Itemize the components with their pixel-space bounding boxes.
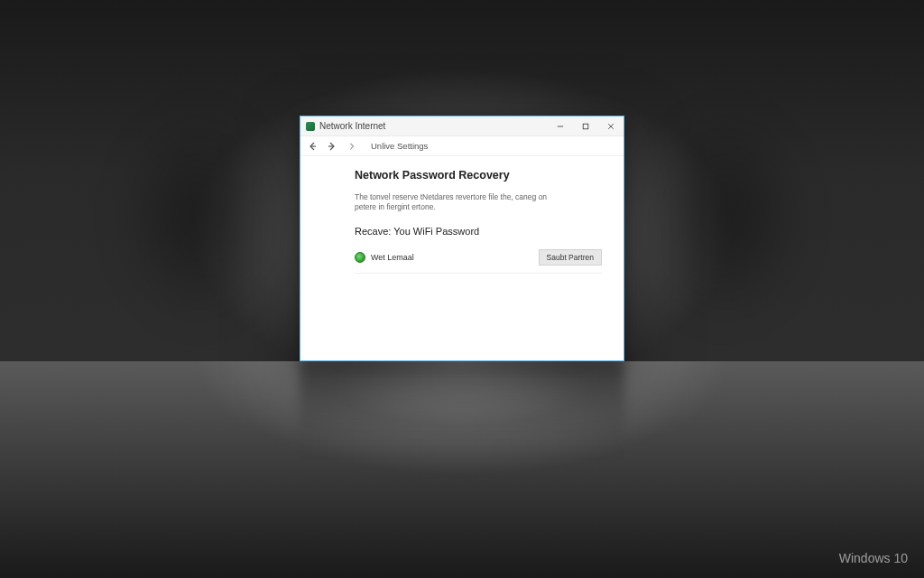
titlebar[interactable]: Network Internet [300, 117, 624, 136]
wifi-status-icon [355, 252, 365, 263]
breadcrumb[interactable]: Unlive Settings [371, 141, 428, 151]
minimize-icon [557, 123, 564, 130]
wifi-row-label: Wet Lemaal [371, 253, 414, 262]
decorative-shadow [117, 108, 280, 325]
section-heading: Recave: You WiFi Password [355, 226, 602, 237]
minimize-button[interactable] [548, 117, 573, 135]
maximize-button[interactable] [573, 117, 598, 135]
app-icon [306, 122, 315, 131]
close-button[interactable] [598, 117, 624, 135]
decorative-shadow [644, 108, 807, 325]
os-watermark: Windows 10 [839, 551, 908, 565]
app-window: Network Internet [300, 116, 624, 361]
page-description: The tonvel reserve tNetdares revertore f… [355, 192, 553, 213]
show-password-button[interactable]: Saubt Partren [539, 249, 602, 266]
wifi-row-left: Wet Lemaal [355, 252, 414, 263]
window-reflection [300, 363, 624, 444]
page-title: Network Password Recovery [355, 169, 602, 182]
window-title: Network Internet [319, 121, 548, 131]
svg-rect-1 [583, 124, 588, 129]
arrow-right-icon [328, 142, 337, 151]
forward-chevron-button[interactable] [346, 142, 358, 151]
window-controls [548, 117, 624, 135]
wifi-row: Wet Lemaal Saubt Partren [355, 249, 602, 274]
forward-button[interactable] [326, 142, 338, 151]
navbar: Unlive Settings [300, 136, 624, 156]
arrow-left-icon [308, 142, 317, 151]
desktop-background: Network Internet [0, 0, 924, 578]
close-icon [607, 123, 614, 130]
back-button[interactable] [306, 142, 319, 151]
content-area: Network Password Recovery The tonvel res… [300, 156, 624, 283]
maximize-icon [582, 123, 589, 130]
chevron-right-icon [348, 142, 356, 151]
